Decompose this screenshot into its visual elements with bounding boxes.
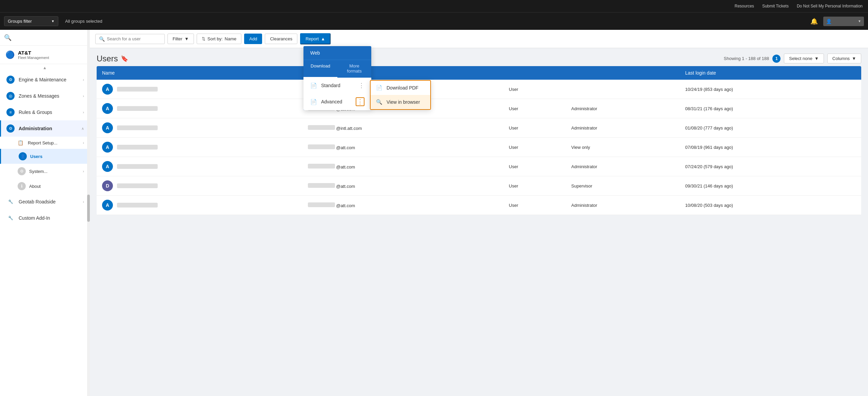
report-web-item[interactable]: Web bbox=[303, 46, 371, 60]
name-cell: A bbox=[97, 118, 302, 138]
report-format-standard[interactable]: 📄 Standard ⋮ bbox=[303, 78, 371, 93]
table-row[interactable]: A @att.com User Administrator 10/08/20 (… bbox=[97, 196, 861, 215]
about-label: About bbox=[29, 184, 41, 189]
clearances-button[interactable]: Clearances bbox=[265, 34, 297, 44]
col-name: Name bbox=[97, 66, 302, 80]
table-row[interactable]: A @att.com User Administrator 08/31/21 (… bbox=[97, 99, 861, 118]
download-pdf-label: Download PDF bbox=[387, 85, 418, 91]
admin-nav-icon: ⚙ bbox=[6, 124, 15, 133]
report-setup-label: Report Setup... bbox=[28, 140, 57, 145]
sidebar-item-rules[interactable]: ≡ Rules & Groups › bbox=[0, 104, 90, 120]
add-button[interactable]: Add bbox=[244, 34, 262, 44]
system-arrow-icon: › bbox=[83, 169, 84, 173]
submit-tickets-link[interactable]: Submit Tickets bbox=[762, 4, 789, 8]
columns-button[interactable]: Columns ▼ bbox=[827, 54, 861, 63]
sort-button[interactable]: ⇅ Sort by: Name bbox=[197, 34, 241, 44]
email-prefix-blurred bbox=[308, 164, 335, 169]
page-number-badge[interactable]: 1 bbox=[772, 55, 781, 63]
roadside-nav-icon: 🔧 bbox=[6, 198, 15, 206]
email-prefix-blurred bbox=[308, 125, 335, 130]
main-layout: 🔍 🔵 AT&T Fleet Management ▲ ⚙ Engine & M… bbox=[0, 30, 868, 396]
standard-format-icon: 📄 bbox=[310, 82, 317, 89]
name-cell: A bbox=[97, 138, 302, 157]
view-browser-label: View in browser bbox=[387, 99, 420, 105]
download-pdf-item[interactable]: 📄 Download PDF bbox=[371, 81, 430, 95]
page-header: Users 🔖 Showing 1 - 188 of 188 1 Select … bbox=[90, 48, 868, 66]
header-right-area: 🔔 👤 ▼ bbox=[810, 17, 864, 26]
last-login-cell: 01/08/20 (777 days ago) bbox=[680, 118, 861, 138]
name-cell: D bbox=[97, 176, 302, 196]
report-button[interactable]: Report ▲ bbox=[300, 33, 331, 44]
email-domain: @att.com bbox=[336, 164, 355, 170]
user-name-blurred bbox=[117, 203, 158, 207]
resources-link[interactable]: Resources bbox=[735, 4, 754, 8]
filter-button[interactable]: Filter ▼ bbox=[167, 34, 194, 44]
user-menu-arrow-icon: ▼ bbox=[858, 19, 861, 23]
groups-filter-button[interactable]: Groups filter ▼ bbox=[4, 16, 58, 26]
security-cell: Administrator bbox=[566, 196, 680, 215]
sidebar-item-custom[interactable]: 🔧 Custom Add-In bbox=[0, 210, 90, 226]
report-format-advanced[interactable]: 📄 Advanced ⋮ bbox=[303, 93, 371, 110]
report-more-formats-tab[interactable]: More formats bbox=[337, 60, 371, 78]
last-login-cell: 08/31/21 (176 days ago) bbox=[680, 99, 861, 118]
sidebar-scrollbar[interactable] bbox=[87, 30, 90, 396]
user-name-blurred bbox=[117, 145, 158, 150]
admin-label: Administration bbox=[19, 126, 77, 131]
report-submenu: 📄 Download PDF 🔍 View in browser bbox=[370, 80, 431, 110]
top-navigation: Resources Submit Tickets Do Not Sell My … bbox=[0, 0, 868, 12]
col-last-login: Last login date bbox=[680, 66, 861, 80]
security-cell bbox=[566, 80, 680, 99]
sidebar-item-zones[interactable]: ◎ Zones & Messages › bbox=[0, 88, 90, 104]
email-domain: @intl.att.com bbox=[336, 126, 362, 131]
sidebar-container: 🔍 🔵 AT&T Fleet Management ▲ ⚙ Engine & M… bbox=[0, 30, 90, 396]
email-domain: @att.com bbox=[336, 184, 355, 189]
select-none-button[interactable]: Select none ▼ bbox=[784, 54, 824, 63]
sidebar-item-admin[interactable]: ⚙ Administration ∧ bbox=[0, 120, 90, 137]
columns-label: Columns bbox=[832, 56, 850, 61]
sidebar-scroll-up[interactable]: ▲ bbox=[0, 64, 90, 72]
table-row[interactable]: A @intl.att.com User Administrator 01/08… bbox=[97, 118, 861, 138]
sidebar-sub-item-about[interactable]: ℹ About bbox=[0, 179, 90, 194]
email-cell: @intl.att.com bbox=[302, 118, 504, 138]
sidebar-search-area: 🔍 bbox=[0, 30, 90, 46]
att-logo-icon: 🔵 bbox=[5, 51, 15, 59]
table-row[interactable]: A @att.com User View only 07/08/19 (961 … bbox=[97, 138, 861, 157]
user-avatar-icon: 👤 bbox=[826, 19, 832, 24]
sidebar-item-roadside[interactable]: 🔧 Geotab Roadside › bbox=[0, 194, 90, 210]
table-row[interactable]: A @att.com User Administrator 07/24/20 (… bbox=[97, 157, 861, 176]
notifications-icon[interactable]: 🔔 bbox=[810, 18, 818, 25]
advanced-dots-icon[interactable]: ⋮ bbox=[356, 97, 364, 106]
sidebar-sub-item-system[interactable]: ⚙ System... › bbox=[0, 164, 90, 179]
filter-arrow-icon: ▼ bbox=[184, 36, 189, 41]
user-menu[interactable]: 👤 ▼ bbox=[823, 17, 864, 26]
last-login-cell: 10/24/19 (853 days ago) bbox=[680, 80, 861, 99]
report-dropdown: Web Download More formats 📄 Standa bbox=[303, 46, 371, 110]
email-domain: @att.com bbox=[336, 203, 355, 208]
clearances-label: Clearances bbox=[270, 36, 292, 41]
download-pdf-icon: 📄 bbox=[376, 85, 382, 91]
bookmark-icon[interactable]: 🔖 bbox=[121, 55, 128, 62]
sidebar-item-engine[interactable]: ⚙ Engine & Maintenance › bbox=[0, 72, 90, 88]
search-input[interactable] bbox=[107, 36, 161, 41]
security-cell: Supervisor bbox=[566, 176, 680, 196]
users-page-title-text: Users bbox=[97, 54, 118, 63]
table-row[interactable]: A @att.com User 10/24/19 (853 days ago) bbox=[97, 80, 861, 99]
search-box[interactable]: 🔍 bbox=[95, 34, 165, 44]
sidebar-search-icon[interactable]: 🔍 bbox=[4, 34, 12, 41]
do-not-sell-link[interactable]: Do Not Sell My Personal Information bbox=[797, 4, 863, 8]
sidebar-sub-item-users[interactable]: 👤 Users bbox=[0, 149, 90, 164]
email-cell: @att.com bbox=[302, 196, 504, 215]
view-browser-icon: 🔍 bbox=[376, 99, 382, 105]
users-table: Name Email address Last login date A @at… bbox=[97, 66, 861, 215]
sidebar-scroll-thumb bbox=[87, 195, 90, 222]
report-setup-arrow-icon: › bbox=[83, 141, 84, 145]
sidebar-sub-item-report-setup[interactable]: 📋 Report Setup... › bbox=[0, 137, 90, 149]
report-download-tab[interactable]: Download bbox=[303, 60, 337, 78]
table-row[interactable]: D @att.com User Supervisor 09/30/21 (146… bbox=[97, 176, 861, 196]
view-in-browser-item[interactable]: 🔍 View in browser bbox=[371, 95, 430, 109]
user-avatar: D bbox=[102, 180, 113, 191]
table-body: A @att.com User 10/24/19 (853 days ago) … bbox=[97, 80, 861, 215]
report-formats-list: 📄 Standard ⋮ 📄 Advanced ⋮ bbox=[303, 78, 371, 110]
rules-arrow-icon: › bbox=[83, 110, 84, 114]
last-login-cell: 07/08/19 (961 days ago) bbox=[680, 138, 861, 157]
